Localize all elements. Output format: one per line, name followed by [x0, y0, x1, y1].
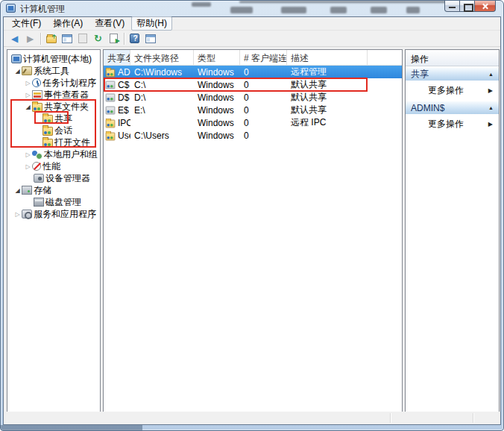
back-button[interactable]	[7, 31, 22, 45]
submenu-arrow-icon: ▶	[488, 121, 493, 128]
shared-folder-icon	[32, 103, 42, 112]
menu-bar: 文件(F) 操作(A) 查看(V) 帮助(H)	[4, 17, 500, 31]
tree-item-task-scheduler[interactable]: 任务计划程序	[7, 77, 100, 89]
users-icon	[32, 150, 42, 159]
menu-help[interactable]: 帮助(H)	[131, 16, 172, 31]
expander-icon[interactable]	[24, 163, 32, 170]
folder-up-icon	[46, 36, 57, 43]
help-button[interactable]	[127, 31, 142, 45]
glass-artifact	[281, 7, 306, 13]
actions-section-shares[interactable]: 共享 ▲	[406, 68, 499, 81]
shared-folder-icon	[42, 127, 53, 136]
shared-drive-icon	[106, 106, 116, 114]
shared-folder-icon	[106, 69, 116, 77]
table-row-d-drive[interactable]: D$ D:\ Windows 0 默认共享	[104, 91, 402, 104]
close-button[interactable]	[475, 1, 496, 12]
shared-folder-icon	[106, 119, 116, 128]
shared-folder-icon	[42, 139, 53, 148]
tree-item-shared-folders[interactable]: 共享文件夹	[7, 101, 100, 113]
help-icon	[130, 34, 139, 43]
shared-folder-icon	[106, 132, 116, 140]
column-header-description[interactable]: 描述	[287, 50, 368, 65]
submenu-arrow-icon: ▶	[488, 87, 493, 94]
expander-icon[interactable]	[24, 80, 32, 86]
glass-artifact	[406, 7, 420, 13]
actions-pane-title: 操作	[406, 50, 499, 66]
event-viewer-icon	[32, 90, 42, 99]
table-row-e-drive[interactable]: E$ E:\ Windows 0 默认共享	[104, 104, 402, 116]
tree-item-device-manager[interactable]: 设备管理器	[7, 172, 100, 184]
glass-artifact	[239, 1, 463, 3]
device-manager-icon	[34, 174, 44, 183]
window-controls	[444, 1, 496, 13]
toolbar	[4, 31, 500, 47]
actions-section-admin[interactable]: ADMIN$ ▲	[406, 101, 499, 114]
tree-item-event-viewer[interactable]: 事件查看器	[7, 89, 100, 101]
collapse-icon[interactable]: ▲	[488, 72, 494, 77]
show-action-pane-button[interactable]	[142, 31, 158, 45]
collapse-icon[interactable]: ▲	[488, 105, 494, 110]
table-row-c-drive[interactable]: C$ C:\ Windows 0 默认共享	[104, 78, 402, 91]
toolbar-separator	[124, 33, 125, 45]
expander-icon[interactable]	[13, 187, 22, 194]
maximize-button[interactable]	[460, 1, 475, 12]
table-row-ipc[interactable]: IPC$ Windows 0 远程 IPC	[104, 116, 402, 129]
refresh-icon	[94, 34, 102, 43]
forward-icon	[27, 34, 34, 43]
glass-artifact	[330, 7, 347, 13]
show-console-tree-button[interactable]	[59, 31, 75, 45]
tree-item-system-tools[interactable]: 系统工具	[7, 65, 100, 77]
tree-item-sessions[interactable]: 会话	[7, 125, 100, 136]
column-header-type[interactable]: 类型	[194, 50, 240, 65]
expander-icon[interactable]	[24, 151, 32, 158]
status-bar-separator	[473, 413, 473, 423]
expander-icon[interactable]	[24, 104, 32, 110]
column-header-client-connections[interactable]: # 客户端连接	[240, 50, 287, 65]
column-header-folder-path[interactable]: 文件夹路径	[130, 50, 194, 65]
expander-icon[interactable]	[24, 92, 32, 98]
menu-file[interactable]: 文件(F)	[7, 16, 46, 31]
table-row-admin[interactable]: AD... C:\Windows Windows 0 远程管理	[104, 66, 402, 78]
tree-item-performance[interactable]: 性能	[7, 160, 100, 172]
properties-disabled-icon	[78, 34, 87, 43]
tree-item-disk-management[interactable]: 磁盘管理	[7, 196, 100, 208]
computer-management-window: 计算机管理 文件(F) 操作(A) 查看(V) 帮助(H)	[0, 0, 504, 431]
shared-drive-icon	[106, 93, 116, 101]
tree-item-storage[interactable]: 存储	[7, 184, 100, 196]
export-list-button[interactable]	[106, 31, 122, 45]
menu-action[interactable]: 操作(A)	[48, 16, 88, 31]
tree-item-services-applications[interactable]: 服务和应用程序	[7, 208, 100, 220]
refresh-button[interactable]	[90, 31, 106, 45]
services-icon	[22, 210, 32, 218]
more-actions-shares[interactable]: 更多操作 ▶	[406, 81, 499, 100]
tree-item-open-files[interactable]: 打开文件	[7, 136, 100, 148]
expander-icon[interactable]	[13, 68, 22, 75]
column-header-share-name[interactable]: 共享名	[104, 50, 130, 65]
storage-icon	[22, 186, 32, 195]
tree-item-shares[interactable]: 共享	[7, 113, 100, 125]
tree-item-computer-management[interactable]: 计算机管理(本地)	[7, 53, 100, 65]
up-one-level-button[interactable]	[43, 31, 59, 45]
window-client-area: 文件(F) 操作(A) 查看(V) 帮助(H) 计算机管理(本地) 系统工具 任…	[3, 16, 501, 425]
minimize-button[interactable]	[444, 1, 460, 12]
status-bar	[4, 412, 500, 424]
back-icon	[11, 34, 18, 43]
action-pane-window-icon	[145, 34, 156, 43]
toolbar-separator	[40, 33, 41, 45]
menu-view[interactable]: 查看(V)	[89, 16, 130, 31]
app-icon	[6, 4, 16, 13]
list-header: 共享名 文件夹路径 类型 # 客户端连接 描述	[104, 50, 402, 66]
forward-button[interactable]	[22, 31, 38, 45]
computer-icon	[11, 54, 22, 63]
status-bar-separator	[390, 413, 391, 423]
glass-artifact	[1, 425, 142, 430]
title-bar[interactable]: 计算机管理	[1, 1, 503, 16]
table-row-users[interactable]: Users C:\Users Windows 0	[104, 129, 402, 142]
expander-icon[interactable]	[13, 211, 22, 218]
actions-pane: 操作 共享 ▲ 更多操作 ▶ ADMIN$ ▲ 更多操作 ▶	[405, 49, 500, 414]
more-actions-admin[interactable]: 更多操作 ▶	[406, 114, 499, 133]
system-tools-icon	[22, 66, 32, 75]
tree-item-local-users-groups[interactable]: 本地用户和组	[7, 148, 100, 160]
console-tree-pane: 计算机管理(本地) 系统工具 任务计划程序 事件查看器 共享文件夹 共享 会话 …	[7, 49, 101, 414]
performance-icon	[32, 162, 41, 171]
